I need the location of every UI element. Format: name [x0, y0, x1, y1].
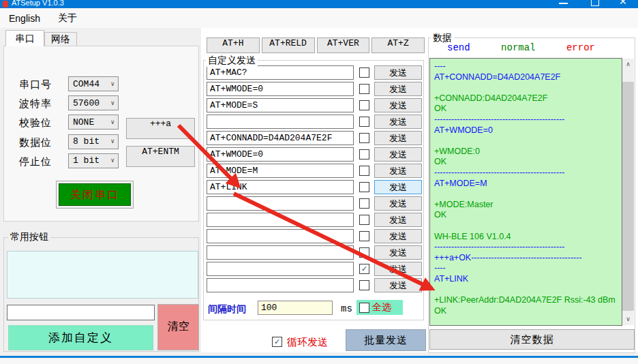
log-line: +LINK:PeerAddr:D4AD204A7E2F Rssi:-43 dBm: [434, 295, 618, 306]
log-line: AT+CONNADD=D4AD204A7E2F: [434, 72, 618, 83]
row-checkbox[interactable]: [359, 84, 369, 94]
log-line: [434, 284, 618, 295]
command-input[interactable]: AT+WMODE=0: [207, 147, 354, 162]
send-button[interactable]: 发送: [374, 147, 422, 162]
legend-error: error: [566, 42, 595, 53]
send-button[interactable]: 发送: [374, 98, 422, 112]
quick-button-atz[interactable]: AT+Z: [371, 37, 425, 53]
plus-a-button[interactable]: +++a: [126, 118, 195, 139]
scroll-down-icon[interactable]: ∨: [622, 314, 634, 325]
scrollbar-thumb[interactable]: [622, 82, 634, 311]
custom-send-row: AT+CONNADD=D4AD204A7E2F发送: [207, 131, 424, 145]
minimize-button[interactable]: [553, 0, 574, 8]
log-line: ----------------------------------------…: [434, 168, 618, 179]
row-checkbox[interactable]: [359, 133, 369, 143]
send-button[interactable]: 发送: [374, 115, 422, 129]
row-checkbox[interactable]: [359, 215, 369, 225]
common-buttons-list[interactable]: [7, 251, 198, 299]
command-input[interactable]: [207, 196, 354, 211]
command-input[interactable]: [207, 229, 354, 243]
clear-button[interactable]: 清空: [157, 304, 199, 350]
command-input[interactable]: AT+LINK: [207, 180, 354, 194]
command-input[interactable]: [207, 245, 354, 260]
new-command-input[interactable]: [7, 305, 155, 320]
send-button[interactable]: 发送: [374, 180, 422, 194]
command-input[interactable]: [207, 213, 354, 227]
tab-serial[interactable]: 串口: [5, 30, 44, 46]
tab-network[interactable]: 网络: [44, 32, 77, 46]
custom-send-title: 自定义发送: [206, 55, 258, 67]
serial-field-dropdown[interactable]: 8 bit∨: [68, 134, 119, 149]
custom-send-row: AT+WMODE=0发送: [207, 82, 424, 96]
send-button[interactable]: 发送: [374, 245, 422, 260]
select-all-label: 全选: [372, 301, 391, 314]
send-button[interactable]: 发送: [374, 131, 422, 145]
close-port-button[interactable]: 关闭串口: [56, 181, 134, 209]
log-scrollbar[interactable]: ∧ ∨: [622, 59, 634, 325]
row-checkbox[interactable]: [359, 149, 369, 160]
row-checkbox[interactable]: ✓: [359, 264, 369, 274]
add-custom-button[interactable]: 添加自定义: [8, 325, 153, 350]
quick-button-ath[interactable]: AT+H: [207, 37, 260, 53]
send-button[interactable]: 发送: [374, 278, 422, 292]
log-line: [434, 82, 618, 93]
quick-button-atreld[interactable]: AT+RELD: [262, 37, 315, 53]
batch-send-button[interactable]: 批量发送: [346, 329, 426, 351]
log-line: ----: [434, 61, 618, 72]
row-checkbox[interactable]: [359, 231, 369, 241]
send-button[interactable]: 发送: [374, 229, 422, 243]
log-line: WH-BLE 106 V1.0.4: [434, 232, 618, 243]
custom-send-row: 发送: [207, 278, 424, 292]
clear-data-button[interactable]: 清空数据: [429, 329, 635, 350]
row-checkbox[interactable]: [359, 280, 369, 290]
serial-field-dropdown[interactable]: COM44∨: [68, 76, 119, 91]
command-input[interactable]: [207, 262, 354, 276]
row-checkbox[interactable]: [359, 166, 369, 176]
command-input[interactable]: AT+MODE=M: [207, 164, 354, 178]
send-button[interactable]: 发送: [374, 262, 422, 276]
command-input[interactable]: AT+WMODE=0: [207, 82, 354, 96]
serial-field-label: 数据位: [19, 136, 52, 149]
send-button[interactable]: 发送: [374, 65, 422, 80]
command-input[interactable]: [207, 115, 354, 129]
menu-item-english[interactable]: English: [0, 13, 49, 24]
log-line: AT+MODE=M: [434, 179, 618, 189]
select-all-checkbox[interactable]: [359, 303, 369, 313]
maximize-button[interactable]: [585, 0, 605, 8]
command-input[interactable]: [207, 278, 354, 292]
quick-button-atver[interactable]: AT+VER: [317, 37, 370, 53]
menu-item-about[interactable]: 关于: [49, 12, 86, 25]
close-icon[interactable]: ✕: [616, 0, 637, 8]
command-input[interactable]: AT+MODE=S: [207, 98, 354, 112]
log-line: +WMODE:0: [434, 147, 618, 157]
loop-send-checkbox[interactable]: ✓: [272, 337, 282, 347]
row-checkbox[interactable]: [359, 117, 369, 127]
command-input[interactable]: AT+MAC?: [207, 65, 354, 80]
row-checkbox[interactable]: [359, 100, 369, 110]
custom-send-row: ✓发送: [207, 262, 424, 276]
scroll-up-icon[interactable]: ∧: [622, 59, 634, 70]
serial-field-dropdown[interactable]: 1 bit∨: [68, 153, 119, 168]
dropdown-value: NONE: [73, 117, 94, 127]
serial-field-dropdown[interactable]: NONE∨: [68, 115, 119, 130]
chevron-down-icon: ∨: [111, 119, 115, 126]
send-button[interactable]: 发送: [374, 82, 422, 96]
send-button[interactable]: 发送: [374, 213, 422, 227]
interval-input[interactable]: 100: [258, 301, 333, 315]
serial-field-label: 停止位: [19, 155, 52, 168]
send-button[interactable]: 发送: [374, 196, 422, 211]
command-input[interactable]: AT+CONNADD=D4AD204A7E2F: [207, 131, 354, 145]
serial-settings-panel: +++a AT+ENTM 关闭串口 串口号COM44∨波特率57600∨校验位N…: [3, 46, 199, 222]
row-checkbox[interactable]: [359, 182, 369, 192]
at-entm-button[interactable]: AT+ENTM: [126, 146, 195, 167]
serial-field-label: 波特率: [19, 97, 52, 110]
data-group-title: 数据: [431, 32, 454, 44]
row-checkbox[interactable]: [359, 67, 369, 78]
row-checkbox[interactable]: [359, 198, 369, 209]
serial-field-dropdown[interactable]: 57600∨: [68, 95, 119, 110]
send-button[interactable]: 发送: [374, 164, 422, 178]
interval-label: 间隔时间: [208, 303, 246, 316]
custom-send-row: AT+MODE=M发送: [207, 164, 424, 178]
log-line: OK: [434, 306, 618, 317]
row-checkbox[interactable]: [359, 247, 369, 258]
